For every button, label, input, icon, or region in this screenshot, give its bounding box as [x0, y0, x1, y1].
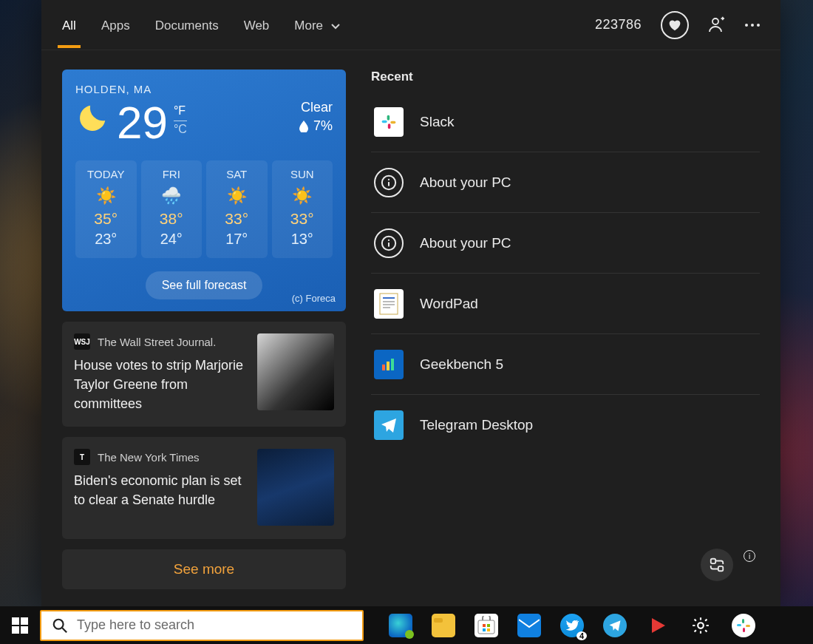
- recent-heading: Recent: [371, 70, 760, 84]
- taskbar: 4: [0, 606, 813, 644]
- svg-rect-35: [746, 625, 750, 627]
- unit-c[interactable]: °C: [174, 121, 187, 136]
- panel-float-buttons: i: [701, 549, 755, 581]
- recent-item-about-pc-2[interactable]: About your PC: [371, 213, 760, 274]
- svg-rect-18: [382, 365, 385, 370]
- search-input[interactable]: [77, 617, 356, 633]
- account-icon[interactable]: [708, 16, 726, 34]
- taskbar-edge-icon[interactable]: [389, 614, 412, 637]
- forecast-low: 13°: [275, 231, 330, 248]
- forecast-day-name: FRI: [144, 168, 200, 180]
- tab-more[interactable]: More: [294, 2, 339, 48]
- see-full-forecast-button[interactable]: See full forecast: [146, 271, 263, 299]
- search-panel: All Apps Documents Web More 223786: [41, 0, 780, 606]
- slack-icon: [374, 107, 404, 137]
- forecast-low: 23°: [78, 231, 134, 248]
- windows-logo-icon: [12, 617, 28, 634]
- forecast-low: 17°: [209, 231, 265, 248]
- taskbar-twitter-icon[interactable]: 4: [560, 614, 584, 637]
- taskbar-apps: 4: [389, 614, 755, 637]
- taskbar-search[interactable]: [40, 610, 364, 641]
- svg-rect-31: [487, 628, 490, 631]
- recent-label: Slack: [420, 114, 454, 130]
- search-icon: [52, 617, 68, 634]
- recent-item-wordpad[interactable]: WordPad: [371, 274, 760, 334]
- tab-apps[interactable]: Apps: [101, 2, 130, 48]
- svg-rect-27: [478, 620, 494, 634]
- news-title: Biden's economic plan is set to clear a …: [74, 471, 247, 509]
- recent-label: About your PC: [420, 174, 511, 191]
- svg-rect-36: [742, 619, 744, 623]
- recent-item-telegram[interactable]: Telegram Desktop: [371, 395, 760, 455]
- forecast-high: 35°: [78, 210, 134, 228]
- weather-condition-text: Clear: [299, 100, 333, 115]
- weather-current-row: 29 °F °C Clear 7%: [75, 100, 333, 146]
- unit-f[interactable]: °F: [174, 104, 187, 118]
- svg-rect-14: [383, 297, 395, 299]
- wsj-source-icon: WSJ: [74, 333, 90, 350]
- more-options-icon[interactable]: [745, 24, 760, 27]
- sun-icon: ☀️: [275, 186, 330, 206]
- recent-item-slack[interactable]: Slack: [371, 92, 760, 152]
- weather-condition: Clear 7%: [299, 100, 333, 134]
- nyt-source-icon: T: [74, 449, 90, 465]
- screenshot-button[interactable]: [701, 549, 733, 581]
- forecast-day-sat[interactable]: SAT ☀️ 33° 17°: [206, 160, 268, 258]
- svg-rect-17: [383, 307, 390, 308]
- panel-body: HOLDEN, MA 29 °F °C Clear: [41, 50, 780, 606]
- news-card-wsj[interactable]: WSJ The Wall Street Journal. House votes…: [62, 322, 346, 427]
- svg-rect-21: [711, 559, 715, 563]
- forecast-row: TODAY ☀️ 35° 23° FRI 🌧️ 38° 24° SAT ☀️: [75, 160, 333, 258]
- svg-rect-28: [483, 624, 486, 627]
- rewards-badge-icon[interactable]: [661, 11, 689, 39]
- recent-item-geekbench[interactable]: Geekbench 5: [371, 334, 760, 395]
- rewards-points[interactable]: 223786: [595, 17, 642, 33]
- recent-label: About your PC: [420, 235, 511, 251]
- wordpad-icon: [374, 289, 404, 319]
- telegram-icon: [374, 410, 404, 440]
- weather-units[interactable]: °F °C: [174, 104, 187, 136]
- forecast-low: 24°: [144, 231, 200, 248]
- start-button[interactable]: [0, 606, 40, 644]
- svg-rect-16: [383, 304, 395, 305]
- forecast-day-name: TODAY: [78, 168, 134, 180]
- taskbar-media-icon[interactable]: [646, 614, 670, 637]
- see-more-button[interactable]: See more: [62, 549, 346, 589]
- svg-point-0: [712, 18, 718, 24]
- taskbar-mail-icon[interactable]: [517, 614, 541, 637]
- tab-all[interactable]: All: [62, 2, 76, 48]
- tab-documents[interactable]: Documents: [155, 2, 219, 48]
- taskbar-file-explorer-icon[interactable]: [432, 614, 455, 637]
- news-source: The Wall Street Journal.: [98, 336, 216, 348]
- svg-rect-34: [737, 624, 741, 626]
- tabs-row: All Apps Documents Web More 223786: [41, 0, 780, 50]
- tab-web[interactable]: Web: [244, 2, 270, 48]
- taskbar-settings-icon[interactable]: [689, 614, 712, 637]
- info-icon[interactable]: i: [744, 550, 755, 562]
- taskbar-telegram-icon[interactable]: [603, 614, 627, 637]
- svg-rect-15: [383, 301, 395, 302]
- weather-credit: (c) Foreca: [292, 293, 336, 304]
- svg-point-33: [698, 623, 704, 628]
- forecast-day-sun[interactable]: SUN ☀️ 33° 13°: [272, 160, 333, 258]
- svg-rect-29: [487, 624, 490, 627]
- svg-rect-26: [434, 618, 443, 623]
- recent-label: Telegram Desktop: [420, 417, 533, 433]
- taskbar-slack-icon[interactable]: [732, 614, 755, 637]
- forecast-day-today[interactable]: TODAY ☀️ 35° 23°: [75, 160, 137, 258]
- recent-item-about-pc[interactable]: About your PC: [371, 152, 760, 213]
- weather-humidity: 7%: [313, 118, 333, 134]
- notification-badge: 4: [576, 631, 587, 640]
- droplet-icon: [299, 121, 309, 132]
- weather-card[interactable]: HOLDEN, MA 29 °F °C Clear: [62, 70, 346, 311]
- news-thumbnail: [257, 449, 334, 526]
- news-thumbnail: [257, 333, 334, 410]
- svg-line-24: [62, 628, 67, 632]
- news-card-nyt[interactable]: T The New York Times Biden's economic pl…: [62, 437, 346, 539]
- svg-rect-19: [387, 362, 390, 370]
- forecast-day-name: SAT: [209, 168, 265, 180]
- taskbar-store-icon[interactable]: [474, 614, 498, 637]
- svg-point-23: [54, 619, 64, 628]
- forecast-day-fri[interactable]: FRI 🌧️ 38° 24°: [141, 160, 203, 258]
- sun-icon: ☀️: [78, 186, 134, 206]
